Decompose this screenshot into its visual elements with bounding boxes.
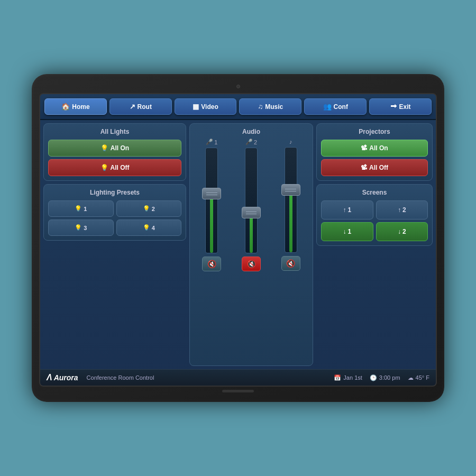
preset-4-label: 4 [152, 225, 155, 231]
lights-all-off-label: All Off [111, 164, 130, 171]
nav-home[interactable]: 🏠 Home [44, 98, 107, 115]
nav-rout-label: Rout [138, 103, 152, 111]
music-icon: ♫ [258, 103, 263, 111]
ch3-mute-button[interactable]: 🔇 [281, 256, 300, 271]
aurora-logo: Λ Aurora [47, 373, 78, 382]
conf-icon: 👥 [323, 103, 332, 111]
faders-row: 🎤 1 🔇 🎤 [194, 139, 308, 361]
screens-panel: Screens ↑ 1 ↑ 2 ↓ 1 [316, 184, 433, 246]
footer-temp-text: 45° F [416, 374, 429, 381]
navbar: 🏠 Home ↗ Rout ▦ Video ♫ Music 👥 Conf ⮕ E [40, 94, 436, 120]
nav-exit-label: Exit [399, 103, 411, 111]
preset-2-button[interactable]: 💡 2 [116, 200, 182, 217]
footer-weather: ☁ 45° F [408, 374, 429, 381]
preset-4-button[interactable]: 💡 4 [116, 219, 182, 236]
bulb-off-icon: 💡 [100, 164, 108, 171]
down2-label: 2 [402, 228, 406, 235]
ch2-mute-icon: 🔇 [247, 260, 256, 268]
footer-info: 📅 Jan 1st 🕒 3:00 pm ☁ 45° F [334, 374, 429, 381]
lights-all-off-button[interactable]: 💡 All Off [48, 159, 181, 176]
nav-video-label: Video [201, 103, 218, 111]
presets-grid: 💡 1 💡 2 💡 3 💡 4 [48, 200, 181, 236]
bulb-on-icon: 💡 [100, 144, 108, 152]
ch1-label: 🎤 1 [206, 139, 217, 145]
down1-icon: ↓ [343, 228, 346, 235]
all-lights-panel: All Lights 💡 All On 💡 All Off [43, 123, 186, 181]
preset-2-label: 2 [152, 206, 155, 212]
preset-3-icon: 💡 [75, 224, 82, 231]
footer-title: Conference Room Control [87, 374, 154, 381]
audio-title: Audio [194, 128, 308, 135]
down1-label: 1 [347, 228, 351, 235]
projectors-all-off-button[interactable]: 📽 All Off [321, 159, 428, 176]
ch2-mute-button[interactable]: 🔇 [242, 257, 261, 271]
lighting-presets-panel: Lighting Presets 💡 1 💡 2 💡 3 [43, 184, 186, 241]
mic2-icon: 🎤 [245, 139, 253, 145]
lights-all-on-label: All On [111, 144, 129, 152]
screen-down-2-button[interactable]: ↓ 2 [376, 222, 428, 241]
weather-icon: ☁ [408, 374, 414, 381]
footer-time-text: 3:00 pm [379, 374, 400, 381]
screen-up-2-button[interactable]: ↑ 2 [376, 200, 428, 219]
projectors-all-off-label: All Off [369, 164, 388, 171]
ch1-mute-button[interactable]: 🔇 [202, 257, 221, 271]
projectors-all-on-button[interactable]: 📽 All On [321, 140, 428, 157]
footer-date: 📅 Jan 1st [334, 374, 362, 381]
nav-video[interactable]: ▦ Video [175, 98, 237, 115]
footer-time: 🕒 3:00 pm [370, 374, 400, 381]
screen: 🏠 Home ↗ Rout ▦ Video ♫ Music 👥 Conf ⮕ E [39, 93, 437, 387]
projectors-panel: Projectors 📽 All On 📽 All Off [316, 123, 433, 181]
preset-2-icon: 💡 [143, 205, 150, 212]
video-icon: ▦ [193, 103, 199, 111]
bottom-bar [222, 390, 254, 392]
screen-down-1-button[interactable]: ↓ 1 [321, 222, 373, 241]
up1-label: 1 [347, 206, 351, 214]
ch1-mute-icon: 🔇 [207, 260, 216, 268]
ch1-fader-handle[interactable] [202, 188, 221, 199]
ch3-fader-track [285, 147, 297, 253]
preset-3-label: 3 [84, 225, 87, 231]
screen-up-1-button[interactable]: ↑ 1 [321, 200, 373, 219]
ch2-number: 2 [254, 139, 257, 145]
projector-on-icon: 📽 [361, 144, 367, 152]
preset-1-label: 1 [84, 206, 87, 212]
logo-symbol: Λ [47, 373, 52, 382]
audio-channel-3: ♪ 🔇 [273, 139, 308, 271]
ch3-fader-handle[interactable] [281, 184, 300, 196]
screens-grid: ↑ 1 ↑ 2 ↓ 1 ↓ 2 [321, 200, 428, 241]
preset-1-icon: 💡 [75, 205, 82, 212]
camera-dot [236, 85, 240, 88]
preset-1-button[interactable]: 💡 1 [48, 200, 114, 217]
nav-music[interactable]: ♫ Music [239, 98, 301, 115]
projectors-all-on-label: All On [369, 144, 388, 152]
nav-music-label: Music [265, 103, 283, 111]
nav-rout[interactable]: ↗ Rout [109, 98, 172, 115]
ch1-number: 1 [214, 139, 217, 145]
device-frame: 🏠 Home ↗ Rout ▦ Video ♫ Music 👥 Conf ⮕ E [32, 74, 444, 402]
lights-all-on-button[interactable]: 💡 All On [48, 140, 181, 157]
nav-conf[interactable]: 👥 Conf [304, 98, 367, 115]
ch2-fader-handle[interactable] [242, 207, 261, 218]
ch3-mute-icon: 🔇 [286, 259, 295, 268]
up2-label: 2 [402, 206, 406, 214]
all-lights-title: All Lights [48, 128, 181, 135]
ch2-fader-track [245, 148, 258, 253]
rout-icon: ↗ [130, 103, 135, 111]
calendar-icon: 📅 [334, 374, 341, 381]
main-content: All Lights 💡 All On 💡 All Off [40, 120, 436, 369]
home-icon: 🏠 [61, 103, 70, 111]
left-panel: All Lights 💡 All On 💡 All Off [43, 123, 186, 366]
up2-icon: ↑ [398, 206, 401, 214]
projectors-title: Projectors [321, 128, 428, 135]
camera-bar [39, 81, 437, 91]
ch1-fader-track [205, 148, 218, 253]
footer: Λ Aurora Conference Room Control 📅 Jan 1… [40, 369, 436, 386]
nav-exit[interactable]: ⮕ Exit [369, 98, 432, 115]
up1-icon: ↑ [343, 206, 346, 214]
preset-3-button[interactable]: 💡 3 [48, 219, 114, 236]
ch3-level-bar [289, 189, 292, 252]
nav-conf-label: Conf [334, 103, 348, 111]
preset-4-icon: 💡 [143, 224, 150, 231]
nav-home-label: Home [72, 103, 89, 111]
clock-icon: 🕒 [370, 374, 377, 381]
